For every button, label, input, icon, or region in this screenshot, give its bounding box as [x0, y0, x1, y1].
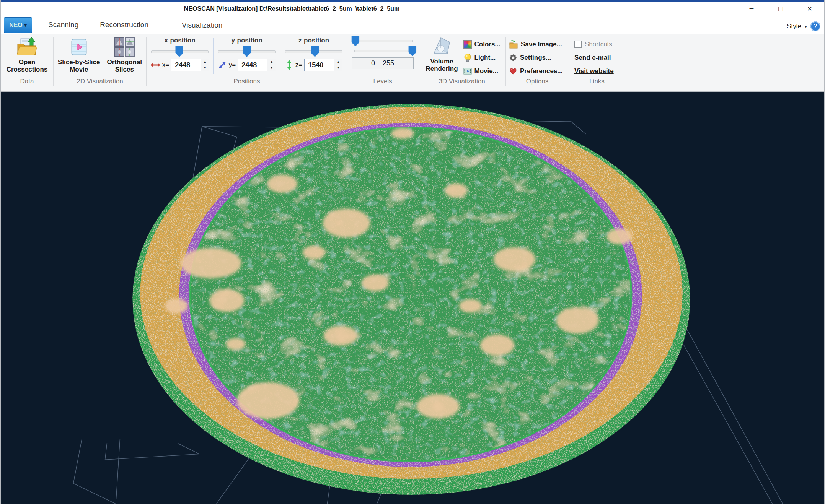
group-data: OpenCrossections Data [1, 36, 53, 91]
app-menu-label: NEO [9, 22, 23, 29]
y-position-slider[interactable] [218, 45, 276, 57]
group-levels: 0... 255 Levels [347, 36, 418, 91]
volume-rendering-icon [430, 37, 453, 57]
render-viewport-3d[interactable] [1, 92, 824, 504]
preferences-button[interactable]: Preferences... [509, 64, 563, 78]
ribbon-filler [625, 36, 824, 91]
colors-button[interactable]: Colors... [463, 37, 501, 51]
x-decrement-button[interactable]: ▼ [201, 65, 209, 71]
y-position-title: y-position [231, 37, 262, 44]
close-button[interactable]: × [799, 2, 820, 15]
movie-label: Movie... [474, 67, 498, 75]
group-label-3d-visualization: 3D Visualization [418, 76, 505, 86]
group-label-links: Links [569, 76, 625, 86]
save-folder-icon [509, 40, 518, 49]
group-2d-visualization: Slice-by-SliceMovie OrthogonalSlices [54, 36, 146, 91]
z-increment-button[interactable]: ▲ [334, 59, 342, 65]
group-label-options: Options [506, 76, 569, 86]
ribbon-tab-bar: NEO ▾ Scanning Reconstruction Visualizat… [1, 15, 824, 34]
button-label: Orthogonal [107, 59, 142, 66]
shortcuts-checkbox[interactable] [574, 41, 582, 48]
x-position-control: x-position x= 2448 [147, 36, 213, 76]
bulb-icon [463, 54, 472, 62]
tab-visualization[interactable]: Visualization [171, 16, 233, 34]
tab-reconstruction[interactable]: Reconstruction [89, 16, 159, 34]
x-position-input[interactable]: 2448 ▲ ▼ [171, 59, 209, 71]
movie-button[interactable]: Movie... [463, 64, 501, 78]
level-low-handle[interactable] [351, 36, 359, 46]
group-label-2d-visualization: 2D Visualization [54, 76, 146, 86]
button-label: Slice-by-Slice [58, 59, 100, 66]
save-image-button[interactable]: Save Image... [509, 37, 563, 51]
save-image-label: Save Image... [521, 41, 562, 48]
window-controls: − □ × [741, 2, 820, 15]
maximize-icon: □ [778, 5, 783, 13]
z-axis-icon [285, 60, 293, 70]
levels-range-button[interactable]: 0... 255 [352, 57, 414, 69]
tab-scanning[interactable]: Scanning [38, 16, 89, 34]
button-label: Rendering [426, 65, 458, 72]
close-icon: × [807, 4, 812, 14]
x-position-slider-handle[interactable] [175, 46, 183, 57]
slider-track[interactable] [354, 50, 415, 52]
z-position-input[interactable]: 1540 ▲ ▼ [304, 59, 342, 71]
y-increment-button[interactable]: ▲ [267, 59, 276, 65]
x-position-value[interactable]: 2448 [171, 59, 201, 71]
x-axis-icon [150, 61, 160, 69]
slice-by-slice-movie-button[interactable]: Slice-by-SliceMovie [55, 36, 103, 74]
app-menu-button[interactable]: NEO ▾ [4, 17, 32, 33]
open-folder-icon [16, 37, 38, 57]
chevron-down-icon[interactable]: ▾ [805, 24, 807, 29]
group-label-levels: Levels [347, 76, 418, 86]
x-prefix: x= [162, 61, 169, 69]
group-label-data: Data [1, 76, 53, 86]
visit-website-link[interactable]: Visit website [574, 67, 614, 75]
orthogonal-slices-button[interactable]: OrthogonalSlices [104, 36, 144, 74]
gear-icon [509, 54, 517, 62]
style-selector[interactable]: Style [787, 23, 801, 30]
button-label: Movie [58, 66, 100, 73]
group-3d-visualization: VolumeRendering Colors... Light... [418, 36, 505, 91]
shortcuts-label: Shortcuts [585, 41, 612, 48]
z-decrement-button[interactable]: ▼ [334, 65, 342, 71]
maximize-button[interactable]: □ [770, 2, 791, 15]
level-high-handle[interactable] [408, 46, 416, 56]
film-icon [463, 67, 472, 75]
group-links: Shortcuts Send e-mail Visit website Link… [569, 36, 625, 91]
chevron-down-icon: ▾ [24, 23, 27, 28]
z-position-value[interactable]: 1540 [305, 59, 334, 71]
minimize-button[interactable]: − [741, 2, 762, 15]
button-label: Open [7, 59, 48, 66]
settings-button[interactable]: Settings... [509, 51, 563, 64]
button-label: Volume [426, 58, 458, 65]
button-label: Slices [107, 66, 142, 73]
volume-rendering-button[interactable]: VolumeRendering [423, 36, 460, 73]
group-positions: x-position x= 2448 [147, 36, 347, 91]
light-label: Light... [474, 54, 496, 62]
z-position-slider-handle[interactable] [311, 46, 319, 57]
open-crossections-button[interactable]: OpenCrossections [4, 36, 50, 74]
y-axis-icon [218, 60, 227, 70]
settings-label: Settings... [520, 54, 551, 62]
light-button[interactable]: Light... [463, 51, 501, 64]
y-decrement-button[interactable]: ▼ [267, 65, 276, 71]
y-position-slider-handle[interactable] [243, 46, 251, 57]
level-high-slider[interactable] [354, 46, 415, 56]
send-email-link[interactable]: Send e-mail [574, 54, 611, 62]
level-low-slider[interactable] [352, 36, 413, 46]
help-icon[interactable]: ? [810, 21, 820, 31]
y-position-value[interactable]: 2448 [238, 59, 267, 71]
palette-icon [463, 40, 472, 49]
minimize-icon: − [749, 4, 754, 14]
y-position-control: y-position y= 2448 [214, 36, 280, 76]
x-increment-button[interactable]: ▲ [201, 59, 209, 65]
slider-track[interactable] [352, 40, 413, 42]
style-block: Style ▾ ? [787, 21, 820, 31]
x-position-slider[interactable] [151, 45, 209, 57]
z-position-slider[interactable] [285, 45, 342, 57]
heart-icon [509, 67, 517, 75]
orthogonal-slices-icon [113, 37, 135, 57]
group-label-positions: Positions [147, 76, 347, 86]
y-prefix: y= [229, 61, 236, 69]
y-position-input[interactable]: 2448 ▲ ▼ [238, 59, 276, 71]
